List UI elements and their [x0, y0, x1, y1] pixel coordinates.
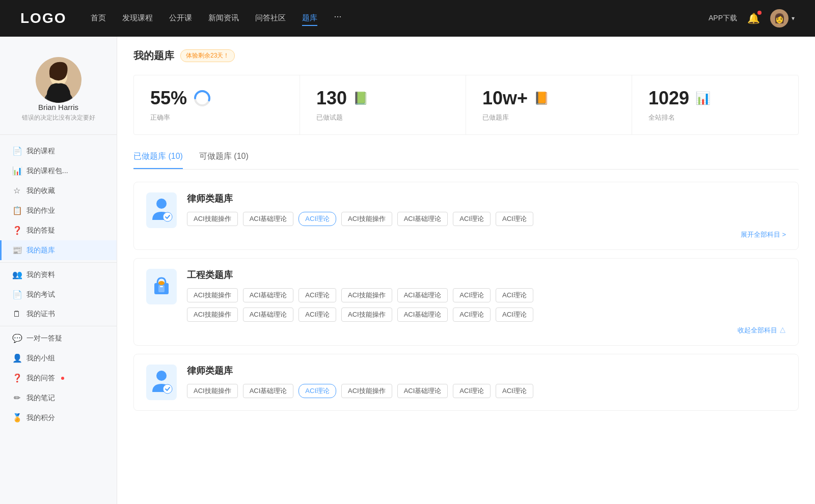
- law2-tag-4[interactable]: ACI基础理论: [397, 384, 448, 398]
- bank-card-engineer-title: 工程类题库: [187, 269, 786, 281]
- notification-bell[interactable]: 🔔: [747, 12, 760, 24]
- sidebar-item-my-course[interactable]: 📄 我的课程: [0, 141, 117, 161]
- bank-card-lawyer-1: 律师类题库 ACI技能操作 ACI基础理论 ACI理论 ACI技能操作 ACI基…: [133, 182, 799, 250]
- logo[interactable]: LOGO: [20, 10, 66, 26]
- svg-point-6: [163, 212, 172, 221]
- svg-point-12: [163, 384, 172, 394]
- stat-done-questions: 130 📗 已做试题: [300, 75, 466, 134]
- bank-card-lawyer-2-title: 律师类题库: [187, 365, 786, 377]
- bank-card-engineer: 工程类题库 ACI技能操作 ACI基础理论 ACI理论 ACI技能操作 ACI基…: [133, 258, 799, 346]
- group-icon: 👤: [12, 353, 21, 363]
- eng-tag-0[interactable]: ACI技能操作: [187, 288, 238, 302]
- bank-card-engineer-tags-row1: ACI技能操作 ACI基础理论 ACI理论 ACI技能操作 ACI基础理论 AC…: [187, 288, 786, 302]
- user-avatar-menu[interactable]: 👩 ▾: [770, 9, 795, 27]
- bank-card-lawyer-1-body: 律师类题库 ACI技能操作 ACI基础理论 ACI理论 ACI技能操作 ACI基…: [187, 192, 786, 239]
- stat-done-banks: 10w+ 📙 已做题库: [466, 75, 632, 134]
- stat-accuracy-label: 正确率: [150, 113, 283, 122]
- eng-tag-3[interactable]: ACI技能操作: [341, 288, 392, 302]
- eng-tag2-4[interactable]: ACI基础理论: [397, 307, 448, 322]
- profile-avatar: [36, 57, 82, 103]
- tag-1[interactable]: ACI基础理论: [243, 212, 294, 226]
- tab-done-banks[interactable]: 已做题库 (10): [133, 151, 183, 169]
- svg-point-8: [158, 281, 165, 285]
- my-qa-icon: ❓: [12, 373, 21, 383]
- tag-6[interactable]: ACI理论: [496, 212, 533, 226]
- tag-0[interactable]: ACI技能操作: [187, 212, 238, 226]
- eng-tag2-5[interactable]: ACI理论: [453, 307, 491, 322]
- star-icon: ☆: [12, 186, 21, 195]
- bank-card-lawyer-2-icon: [146, 365, 177, 400]
- law2-tag-1[interactable]: ACI基础理论: [243, 384, 294, 398]
- homework-icon: 📋: [12, 206, 21, 215]
- nav-more[interactable]: ···: [334, 11, 341, 26]
- bank-card-engineer-icon: [146, 269, 177, 304]
- sidebar-item-materials[interactable]: 👥 我的资料: [0, 265, 117, 285]
- qa-icon: ❓: [12, 226, 21, 235]
- qa-dot-badge: [61, 377, 64, 380]
- sidebar-item-question-bank[interactable]: 📰 我的题库: [0, 240, 117, 260]
- stat-accuracy-value: 55%: [150, 88, 187, 109]
- header-left: LOGO 首页 发现课程 公开课 新闻资讯 问答社区 题库 ···: [20, 10, 341, 26]
- tag-5[interactable]: ACI理论: [453, 212, 491, 226]
- sidebar-item-certificate[interactable]: 🗒 我的证书: [0, 304, 117, 324]
- sidebar-item-qa-mine[interactable]: ❓ 我的答疑: [0, 220, 117, 240]
- eng-tag2-0[interactable]: ACI技能操作: [187, 307, 238, 322]
- nav-question-bank[interactable]: 题库: [302, 11, 317, 26]
- bank-card-lawyer-2-body: 律师类题库 ACI技能操作 ACI基础理论 ACI理论 ACI技能操作 ACI基…: [187, 365, 786, 398]
- eng-tag-5[interactable]: ACI理论: [453, 288, 491, 302]
- profile-name: Brian Harris: [38, 103, 78, 111]
- doc-green-icon: 📗: [353, 91, 368, 105]
- law2-tag-2-active[interactable]: ACI理论: [298, 384, 336, 398]
- sidebar-item-course-package[interactable]: 📊 我的课程包...: [0, 161, 117, 181]
- nav-open-course[interactable]: 公开课: [169, 11, 192, 26]
- law2-tag-5[interactable]: ACI理论: [453, 384, 491, 398]
- law2-tag-6[interactable]: ACI理论: [496, 384, 533, 398]
- sidebar-item-points[interactable]: 🏅 我的积分: [0, 408, 117, 428]
- bank-card-engineer-collapse[interactable]: 收起全部科目 △: [187, 326, 786, 335]
- bank-card-lawyer-2-tags: ACI技能操作 ACI基础理论 ACI理论 ACI技能操作 ACI基础理论 AC…: [187, 384, 786, 398]
- nav-news[interactable]: 新闻资讯: [208, 11, 239, 26]
- eng-tag-6[interactable]: ACI理论: [496, 288, 533, 302]
- eng-tag2-1[interactable]: ACI基础理论: [243, 307, 294, 322]
- exam-icon: 📄: [12, 290, 21, 299]
- law2-tag-0[interactable]: ACI技能操作: [187, 384, 238, 398]
- eng-tag-1[interactable]: ACI基础理论: [243, 288, 294, 302]
- sidebar-menu: 📄 我的课程 📊 我的课程包... ☆ 我的收藏 📋 我的作业 ❓ 我的答疑 📰: [0, 135, 117, 434]
- nav-home[interactable]: 首页: [91, 11, 106, 26]
- sidebar-item-favorites[interactable]: ☆ 我的收藏: [0, 181, 117, 201]
- nav-discover[interactable]: 发现课程: [122, 11, 153, 26]
- eng-tag2-3[interactable]: ACI技能操作: [341, 307, 392, 322]
- svg-rect-10: [160, 286, 163, 287]
- profile-section: Brian Harris 错误的决定比没有决定要好: [0, 49, 117, 135]
- eng-tag-4[interactable]: ACI基础理论: [397, 288, 448, 302]
- app-download-link[interactable]: APP下载: [709, 14, 737, 23]
- tag-4[interactable]: ACI基础理论: [397, 212, 448, 226]
- tab-available-banks[interactable]: 可做题库 (10): [199, 151, 249, 169]
- notes-icon: ✏: [12, 393, 21, 403]
- bank-card-engineer-body: 工程类题库 ACI技能操作 ACI基础理论 ACI理论 ACI技能操作 ACI基…: [187, 269, 786, 335]
- chevron-down-icon: ▾: [792, 15, 795, 22]
- stats-row: 55% 正确率 130 📗 已做试题: [133, 75, 799, 135]
- tutor-icon: 💬: [12, 333, 21, 343]
- law2-tag-3[interactable]: ACI技能操作: [341, 384, 392, 398]
- sidebar-item-my-qa[interactable]: ❓ 我的问答: [0, 368, 117, 388]
- eng-tag2-6[interactable]: ACI理论: [496, 307, 533, 322]
- svg-point-11: [156, 371, 167, 381]
- profile-motto: 错误的决定比没有决定要好: [14, 114, 103, 122]
- stat-site-rank: 1029 📊 全站排名: [632, 75, 798, 134]
- tag-2-active[interactable]: ACI理论: [298, 212, 336, 226]
- doc-orange-icon: 📙: [534, 91, 549, 105]
- nav-qa[interactable]: 问答社区: [255, 11, 286, 26]
- eng-tag-2[interactable]: ACI理论: [298, 288, 336, 302]
- sidebar-item-tutor[interactable]: 💬 一对一答疑: [0, 328, 117, 348]
- eng-tag2-2[interactable]: ACI理论: [298, 307, 336, 322]
- sidebar-item-homework[interactable]: 📋 我的作业: [0, 201, 117, 220]
- notification-badge: [757, 11, 762, 15]
- sidebar-item-group[interactable]: 👤 我的小组: [0, 348, 117, 368]
- stat-site-rank-value: 1029: [648, 88, 689, 109]
- bank-card-lawyer-1-expand[interactable]: 展开全部科目 >: [187, 230, 786, 239]
- tag-3[interactable]: ACI技能操作: [341, 212, 392, 226]
- sidebar-item-exam[interactable]: 📄 我的考试: [0, 285, 117, 304]
- sidebar-item-notes[interactable]: ✏ 我的笔记: [0, 388, 117, 408]
- header-avatar: 👩: [770, 9, 789, 27]
